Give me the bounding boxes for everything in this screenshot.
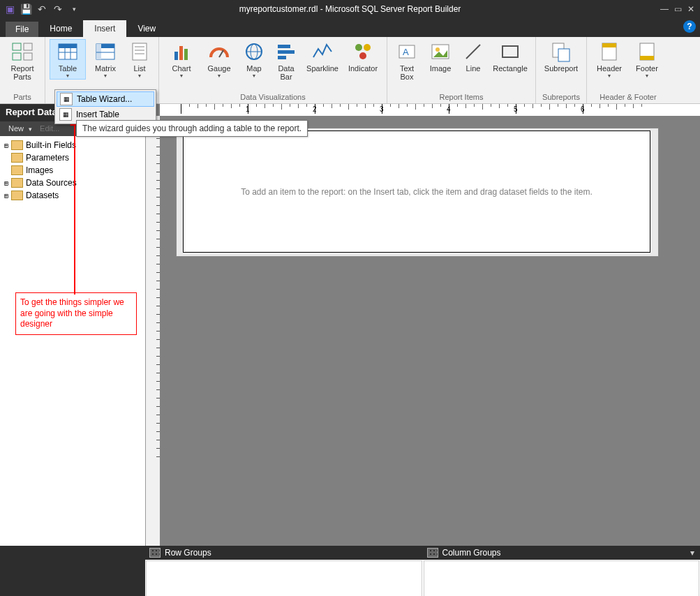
grid-icon [427,548,438,558]
data-bar-icon [275,40,297,63]
title-bar: ▣ 💾 ↶ ↷ ▾ myreportcustomer.rdl - Microso… [0,0,700,17]
svg-rect-19 [184,49,188,60]
chevron-down-icon: ▼ [252,73,257,78]
folder-icon [11,191,23,200]
svg-text:A: A [403,47,409,57]
table-button[interactable]: Table ▼ [50,39,86,80]
svg-rect-17 [174,52,178,60]
tooltip: The wizard guides you through adding a t… [76,120,308,137]
minimize-button[interactable]: — [660,4,669,14]
new-button[interactable]: New ▾ [3,123,35,135]
save-icon[interactable]: 💾 [19,2,33,16]
svg-rect-1 [13,53,21,60]
subreport-button[interactable]: Subreport [540,39,582,74]
svg-rect-24 [278,45,290,48]
svg-rect-38 [558,49,569,61]
text-box-icon: A [396,40,418,63]
rectangle-icon [499,40,521,63]
svg-rect-2 [24,43,32,50]
help-button[interactable]: ? [683,20,696,33]
column-groups-panel[interactable] [424,560,700,596]
row-groups-header[interactable]: Row Groups [145,546,423,560]
svg-rect-42 [640,56,654,60]
report-parts-icon [11,40,33,63]
folder-icon [11,165,23,175]
view-tab[interactable]: View [126,20,167,37]
grid-icon [149,548,161,558]
matrix-button[interactable]: Matrix ▼ [87,39,124,80]
list-icon [128,40,151,63]
close-button[interactable]: ✕ [687,4,694,14]
chevron-down-icon: ▼ [607,73,612,78]
row-groups-panel[interactable] [146,560,422,596]
placeholder-text: To add an item to the report: on the Ins… [241,187,593,197]
svg-rect-36 [502,46,518,57]
group-header-footer: Header▼ Footer▼ Header & Footer [587,37,669,103]
rectangle-button[interactable]: Rectangle [489,39,531,74]
chevron-down-icon: ▼ [103,73,108,78]
tree-item-images[interactable]: ⊞Images [1,164,144,177]
image-icon [429,40,452,63]
ribbon-tabs: File Home Insert View ? [0,17,700,37]
chevron-down-icon: ▼ [645,73,650,78]
indicator-button[interactable]: Indicator [343,39,382,74]
line-button[interactable]: Line [459,39,488,74]
groups-header: Row Groups Column Groups ▾ [145,546,700,560]
matrix-icon [94,40,117,63]
table-dropdown-menu: ▦ Table Wizard... ▦ Insert Table [54,89,156,124]
chart-button[interactable]: Chart▼ [163,39,200,80]
sparkline-icon [311,40,334,63]
tree-item-parameters[interactable]: ⊞Parameters [1,151,144,164]
edit-button[interactable]: Edit... [37,123,62,135]
header-button[interactable]: Header▼ [591,39,627,80]
annotation-box: To get the things simpler we are going w… [15,292,137,335]
chevron-down-icon: ▼ [66,73,70,78]
map-button[interactable]: Map▼ [239,39,269,80]
svg-rect-40 [602,43,616,47]
image-button[interactable]: Image [424,39,457,74]
design-surface[interactable]: 123456 To add an item to the report: on … [146,104,700,546]
text-box-button[interactable]: AText Box [392,39,422,82]
file-tab[interactable]: File [6,22,38,37]
svg-rect-0 [13,43,21,50]
folder-icon [11,140,23,150]
svg-point-29 [359,52,366,59]
maximize-button[interactable]: ▭ [674,4,682,14]
footer-button[interactable]: Footer▼ [629,39,665,80]
insert-tab[interactable]: Insert [83,20,126,37]
report-data-tree: ⊞Built-in Fields ⊞Parameters ⊞Images ⊞Da… [0,136,145,204]
undo-button[interactable]: ↶ [35,2,49,16]
data-bar-button[interactable]: Data Bar [271,39,301,82]
svg-rect-5 [59,44,77,48]
indicator-icon [352,40,374,63]
home-tab[interactable]: Home [38,20,83,37]
footer-icon [636,40,658,63]
header-icon [598,40,620,63]
folder-icon [11,153,23,163]
chart-icon [170,40,193,63]
list-button[interactable]: List ▼ [125,39,154,80]
table-wizard-menuitem[interactable]: ▦ Table Wizard... [57,91,154,107]
folder-icon [11,178,23,188]
qat-dropdown-icon[interactable]: ▾ [67,2,81,16]
svg-rect-11 [96,44,101,59]
chevron-down-icon: ▼ [179,73,184,78]
svg-point-33 [435,47,440,52]
tree-item-datasources[interactable]: ⊞Data Sources [1,177,144,189]
redo-button[interactable]: ↷ [51,2,65,16]
svg-rect-3 [24,53,32,60]
svg-rect-26 [278,56,286,59]
horizontal-ruler: 123456 [160,104,700,117]
column-groups-header[interactable]: Column Groups ▾ [423,546,701,560]
gauge-button[interactable]: Gauge▼ [201,39,237,80]
tree-item-builtin[interactable]: ⊞Built-in Fields [1,139,144,151]
insert-table-icon: ▦ [59,108,72,121]
map-icon [243,40,265,63]
window-title: myreportcustomer.rdl - Microsoft SQL Ser… [0,4,700,14]
tree-item-datasets[interactable]: ⊞Datasets [1,189,144,202]
chevron-down-icon[interactable]: ▾ [690,548,700,558]
report-parts-button[interactable]: Report Parts [4,39,40,82]
report-body[interactable]: To add an item to the report: on the Ins… [183,131,650,253]
sparkline-button[interactable]: Sparkline [303,39,342,74]
app-icon: ▣ [3,2,17,16]
